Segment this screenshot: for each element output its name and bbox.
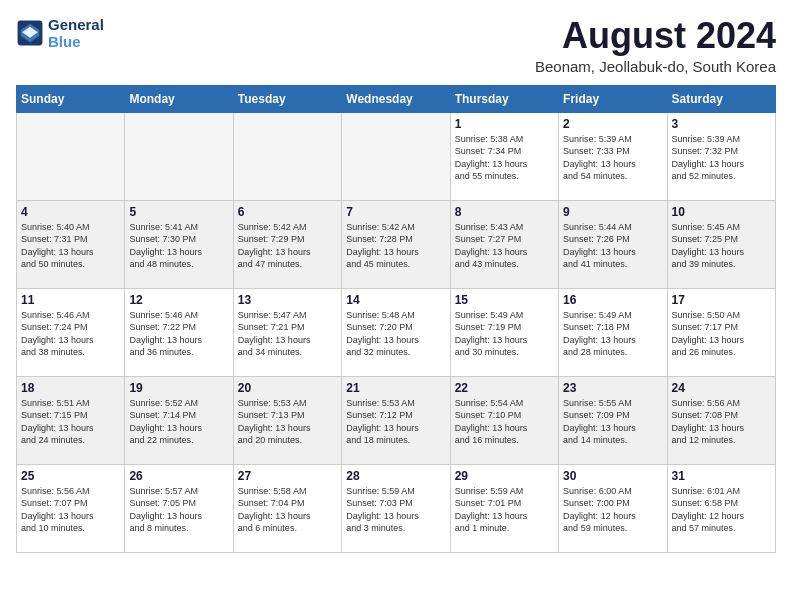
day-info: Sunrise: 5:39 AM Sunset: 7:32 PM Dayligh… — [672, 133, 771, 183]
day-number: 2 — [563, 117, 662, 131]
day-number: 27 — [238, 469, 337, 483]
day-info: Sunrise: 5:46 AM Sunset: 7:22 PM Dayligh… — [129, 309, 228, 359]
day-info: Sunrise: 5:48 AM Sunset: 7:20 PM Dayligh… — [346, 309, 445, 359]
calendar-cell: 21Sunrise: 5:53 AM Sunset: 7:12 PM Dayli… — [342, 376, 450, 464]
day-info: Sunrise: 5:38 AM Sunset: 7:34 PM Dayligh… — [455, 133, 554, 183]
calendar-week-row: 25Sunrise: 5:56 AM Sunset: 7:07 PM Dayli… — [17, 464, 776, 552]
calendar-cell: 17Sunrise: 5:50 AM Sunset: 7:17 PM Dayli… — [667, 288, 775, 376]
day-number: 26 — [129, 469, 228, 483]
day-number: 20 — [238, 381, 337, 395]
calendar-cell — [233, 112, 341, 200]
day-number: 6 — [238, 205, 337, 219]
day-info: Sunrise: 5:56 AM Sunset: 7:08 PM Dayligh… — [672, 397, 771, 447]
calendar-cell: 25Sunrise: 5:56 AM Sunset: 7:07 PM Dayli… — [17, 464, 125, 552]
calendar-cell: 7Sunrise: 5:42 AM Sunset: 7:28 PM Daylig… — [342, 200, 450, 288]
calendar-cell: 5Sunrise: 5:41 AM Sunset: 7:30 PM Daylig… — [125, 200, 233, 288]
day-number: 9 — [563, 205, 662, 219]
calendar-cell — [17, 112, 125, 200]
day-number: 15 — [455, 293, 554, 307]
day-number: 28 — [346, 469, 445, 483]
day-number: 23 — [563, 381, 662, 395]
day-info: Sunrise: 5:53 AM Sunset: 7:12 PM Dayligh… — [346, 397, 445, 447]
calendar-week-row: 4Sunrise: 5:40 AM Sunset: 7:31 PM Daylig… — [17, 200, 776, 288]
day-of-week-header: Friday — [559, 85, 667, 112]
day-info: Sunrise: 5:43 AM Sunset: 7:27 PM Dayligh… — [455, 221, 554, 271]
calendar-cell: 1Sunrise: 5:38 AM Sunset: 7:34 PM Daylig… — [450, 112, 558, 200]
day-info: Sunrise: 5:51 AM Sunset: 7:15 PM Dayligh… — [21, 397, 120, 447]
day-number: 25 — [21, 469, 120, 483]
day-of-week-header: Monday — [125, 85, 233, 112]
calendar-cell: 31Sunrise: 6:01 AM Sunset: 6:58 PM Dayli… — [667, 464, 775, 552]
calendar-cell: 9Sunrise: 5:44 AM Sunset: 7:26 PM Daylig… — [559, 200, 667, 288]
calendar-cell: 13Sunrise: 5:47 AM Sunset: 7:21 PM Dayli… — [233, 288, 341, 376]
day-info: Sunrise: 5:46 AM Sunset: 7:24 PM Dayligh… — [21, 309, 120, 359]
day-number: 24 — [672, 381, 771, 395]
calendar-cell: 3Sunrise: 5:39 AM Sunset: 7:32 PM Daylig… — [667, 112, 775, 200]
day-info: Sunrise: 5:40 AM Sunset: 7:31 PM Dayligh… — [21, 221, 120, 271]
day-number: 22 — [455, 381, 554, 395]
day-info: Sunrise: 5:50 AM Sunset: 7:17 PM Dayligh… — [672, 309, 771, 359]
calendar-table: SundayMondayTuesdayWednesdayThursdayFrid… — [16, 85, 776, 553]
calendar-cell: 29Sunrise: 5:59 AM Sunset: 7:01 PM Dayli… — [450, 464, 558, 552]
logo: GeneralBlue — [16, 16, 104, 50]
calendar-week-row: 11Sunrise: 5:46 AM Sunset: 7:24 PM Dayli… — [17, 288, 776, 376]
header: GeneralBlue August 2024 Beonam, Jeollabu… — [16, 16, 776, 75]
calendar-week-row: 1Sunrise: 5:38 AM Sunset: 7:34 PM Daylig… — [17, 112, 776, 200]
calendar-cell: 8Sunrise: 5:43 AM Sunset: 7:27 PM Daylig… — [450, 200, 558, 288]
day-number: 30 — [563, 469, 662, 483]
logo-name: GeneralBlue — [48, 16, 104, 50]
day-number: 29 — [455, 469, 554, 483]
calendar-cell: 27Sunrise: 5:58 AM Sunset: 7:04 PM Dayli… — [233, 464, 341, 552]
day-of-week-header: Thursday — [450, 85, 558, 112]
logo-icon — [16, 19, 44, 47]
day-info: Sunrise: 5:57 AM Sunset: 7:05 PM Dayligh… — [129, 485, 228, 535]
day-number: 16 — [563, 293, 662, 307]
day-info: Sunrise: 5:59 AM Sunset: 7:03 PM Dayligh… — [346, 485, 445, 535]
day-info: Sunrise: 5:44 AM Sunset: 7:26 PM Dayligh… — [563, 221, 662, 271]
day-of-week-header: Saturday — [667, 85, 775, 112]
calendar-header-row: SundayMondayTuesdayWednesdayThursdayFrid… — [17, 85, 776, 112]
day-info: Sunrise: 5:45 AM Sunset: 7:25 PM Dayligh… — [672, 221, 771, 271]
day-number: 7 — [346, 205, 445, 219]
day-info: Sunrise: 5:42 AM Sunset: 7:29 PM Dayligh… — [238, 221, 337, 271]
calendar-week-row: 18Sunrise: 5:51 AM Sunset: 7:15 PM Dayli… — [17, 376, 776, 464]
day-info: Sunrise: 5:55 AM Sunset: 7:09 PM Dayligh… — [563, 397, 662, 447]
day-number: 5 — [129, 205, 228, 219]
calendar-cell: 11Sunrise: 5:46 AM Sunset: 7:24 PM Dayli… — [17, 288, 125, 376]
day-info: Sunrise: 5:58 AM Sunset: 7:04 PM Dayligh… — [238, 485, 337, 535]
day-number: 14 — [346, 293, 445, 307]
calendar-cell: 4Sunrise: 5:40 AM Sunset: 7:31 PM Daylig… — [17, 200, 125, 288]
calendar-cell: 28Sunrise: 5:59 AM Sunset: 7:03 PM Dayli… — [342, 464, 450, 552]
calendar-cell: 23Sunrise: 5:55 AM Sunset: 7:09 PM Dayli… — [559, 376, 667, 464]
calendar-cell: 2Sunrise: 5:39 AM Sunset: 7:33 PM Daylig… — [559, 112, 667, 200]
day-info: Sunrise: 5:53 AM Sunset: 7:13 PM Dayligh… — [238, 397, 337, 447]
day-info: Sunrise: 5:49 AM Sunset: 7:19 PM Dayligh… — [455, 309, 554, 359]
day-of-week-header: Sunday — [17, 85, 125, 112]
day-number: 17 — [672, 293, 771, 307]
day-number: 18 — [21, 381, 120, 395]
calendar-cell: 26Sunrise: 5:57 AM Sunset: 7:05 PM Dayli… — [125, 464, 233, 552]
calendar-cell: 22Sunrise: 5:54 AM Sunset: 7:10 PM Dayli… — [450, 376, 558, 464]
day-number: 21 — [346, 381, 445, 395]
month-title: August 2024 — [535, 16, 776, 56]
day-number: 12 — [129, 293, 228, 307]
day-number: 1 — [455, 117, 554, 131]
calendar-cell: 24Sunrise: 5:56 AM Sunset: 7:08 PM Dayli… — [667, 376, 775, 464]
calendar-cell: 10Sunrise: 5:45 AM Sunset: 7:25 PM Dayli… — [667, 200, 775, 288]
day-info: Sunrise: 5:52 AM Sunset: 7:14 PM Dayligh… — [129, 397, 228, 447]
calendar-cell — [342, 112, 450, 200]
calendar-cell: 18Sunrise: 5:51 AM Sunset: 7:15 PM Dayli… — [17, 376, 125, 464]
day-number: 11 — [21, 293, 120, 307]
day-info: Sunrise: 6:00 AM Sunset: 7:00 PM Dayligh… — [563, 485, 662, 535]
calendar-cell: 16Sunrise: 5:49 AM Sunset: 7:18 PM Dayli… — [559, 288, 667, 376]
day-info: Sunrise: 6:01 AM Sunset: 6:58 PM Dayligh… — [672, 485, 771, 535]
calendar-cell: 20Sunrise: 5:53 AM Sunset: 7:13 PM Dayli… — [233, 376, 341, 464]
calendar-cell: 15Sunrise: 5:49 AM Sunset: 7:19 PM Dayli… — [450, 288, 558, 376]
day-info: Sunrise: 5:41 AM Sunset: 7:30 PM Dayligh… — [129, 221, 228, 271]
day-info: Sunrise: 5:49 AM Sunset: 7:18 PM Dayligh… — [563, 309, 662, 359]
day-number: 19 — [129, 381, 228, 395]
day-of-week-header: Tuesday — [233, 85, 341, 112]
calendar-cell: 14Sunrise: 5:48 AM Sunset: 7:20 PM Dayli… — [342, 288, 450, 376]
calendar-cell — [125, 112, 233, 200]
day-info: Sunrise: 5:54 AM Sunset: 7:10 PM Dayligh… — [455, 397, 554, 447]
